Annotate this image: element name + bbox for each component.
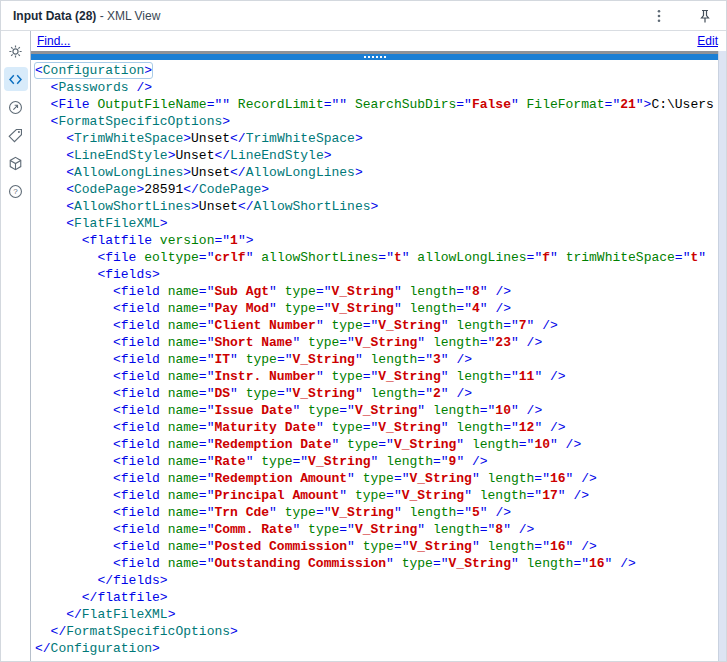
xml-line: <LineEndStyle>Unset</LineEndStyle> (35, 147, 718, 164)
sidebar-item-open-example[interactable] (4, 95, 28, 119)
xml-line: </FlatFileXML> (35, 606, 718, 623)
pin-icon (697, 8, 713, 24)
xml-line: <Configuration> (35, 62, 718, 79)
sidebar-item-package[interactable] (4, 151, 28, 175)
sidebar-item-help[interactable]: ? (4, 179, 28, 203)
xml-line: <fields> (35, 266, 718, 283)
xml-line: <field name="DS" type="V_String" length=… (35, 385, 718, 402)
xml-line: </Configuration> (35, 640, 718, 657)
gear-icon (7, 43, 24, 60)
more-options-button[interactable] (648, 5, 670, 27)
sidebar-item-annotation[interactable] (4, 123, 28, 147)
xml-line: <file eoltype="crlf" allowShortLines="t"… (35, 249, 718, 266)
xml-line: <field name="Outstanding Commission" typ… (35, 555, 718, 572)
arrow-circle-icon (7, 99, 24, 116)
vertical-scrollbar[interactable] (718, 51, 726, 661)
sidebar-item-settings[interactable] (4, 39, 28, 63)
selected-node-highlight: <Configuration> (35, 63, 152, 78)
edit-link[interactable]: Edit (697, 34, 718, 48)
xml-line: <FormatSpecificOptions> (35, 113, 718, 130)
xml-line: <field name="Client Number" type="V_Stri… (35, 317, 718, 334)
xml-line: <field name="Redemption Amount" type="V_… (35, 470, 718, 487)
xml-line: <field name="Maturity Date" type="V_Stri… (35, 419, 718, 436)
xml-line: <field name="Principal Amount" type="V_S… (35, 487, 718, 504)
xml-line: <CodePage>28591</CodePage> (35, 181, 718, 198)
xml-line: <Passwords /> (35, 79, 718, 96)
splitter-grip-icon (364, 56, 386, 58)
xml-line: </FormatSpecificOptions> (35, 623, 718, 640)
xml-line: <field name="IT" type="V_String" length=… (35, 351, 718, 368)
xml-line: <field name="Issue Date" type="V_String"… (35, 402, 718, 419)
panel-header: Input Data (28) - XML View (1, 1, 726, 31)
xml-toolbar: Find... Edit (31, 31, 726, 51)
xml-view-main: Find... Edit <Configuration><Passwords /… (31, 31, 726, 661)
xml-line: <AllowLongLines>Unset</AllowLongLines> (35, 164, 718, 181)
xml-line: </fields> (35, 572, 718, 589)
xml-line: <field name="Pay Mod" type="V_String" le… (35, 300, 718, 317)
code-icon (7, 71, 24, 88)
xml-line: <field name="Short Name" type="V_String"… (35, 334, 718, 351)
xml-line: <field name="Rate" type="V_String" lengt… (35, 453, 718, 470)
splitter-handle[interactable] (31, 51, 718, 60)
package-icon (7, 155, 24, 172)
xml-line: <field name="Instr. Number" type="V_Stri… (35, 368, 718, 385)
xml-line: <field name="Trn Cde" type="V_String" le… (35, 504, 718, 521)
pin-panel-button[interactable] (694, 5, 716, 27)
find-link[interactable]: Find... (37, 34, 70, 48)
tool-name: Input Data (28) (13, 9, 96, 23)
xml-code[interactable]: <Configuration><Passwords /><File Output… (31, 60, 718, 661)
sidebar-item-xml-view[interactable] (4, 67, 28, 91)
xml-line: <flatfile version="1"> (35, 232, 718, 249)
xml-line: </flatfile> (35, 589, 718, 606)
panel-title: Input Data (28) - XML View (13, 9, 160, 23)
xml-line: <FlatFileXML> (35, 215, 718, 232)
xml-line: <AllowShortLines>Unset</AllowShortLines> (35, 198, 718, 215)
xml-line: <field name="Redemption Date" type="V_St… (35, 436, 718, 453)
config-sidebar: ? (1, 31, 31, 661)
view-name: - XML View (96, 9, 160, 23)
xml-line: <field name="Comm. Rate" type="V_String"… (35, 521, 718, 538)
svg-text:?: ? (13, 187, 18, 196)
xml-line: <TrimWhiteSpace>Unset</TrimWhiteSpace> (35, 130, 718, 147)
tag-icon (7, 127, 24, 144)
kebab-menu-icon (651, 8, 667, 24)
xml-line: <field name="Sub Agt" type="V_String" le… (35, 283, 718, 300)
xml-line: <field name="Posted Commission" type="V_… (35, 538, 718, 555)
help-icon: ? (7, 183, 24, 200)
xml-view-panel: { "window": { "title_primary": "Input Da… (0, 0, 727, 662)
xml-line: <File OutputFileName="" RecordLimit="" S… (35, 96, 718, 113)
